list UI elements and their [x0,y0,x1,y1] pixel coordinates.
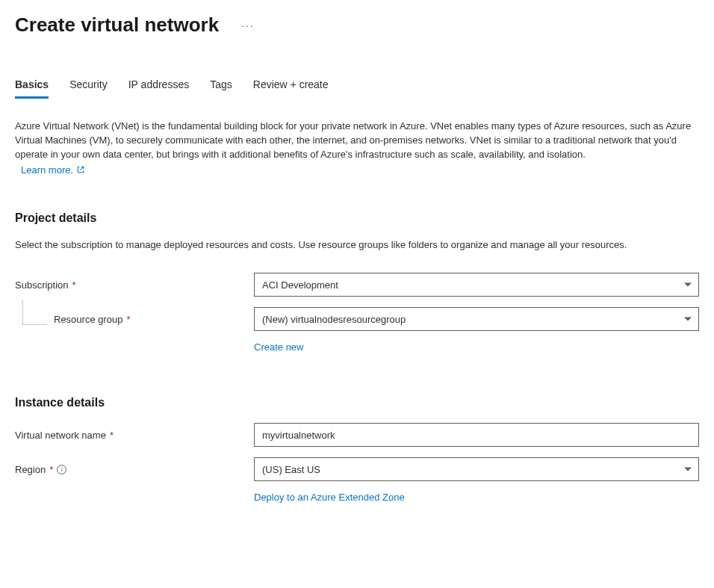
page-title: Create virtual network [15,13,219,37]
vnet-name-label: Virtual network name * [15,430,254,441]
subscription-label-text: Subscription [15,279,69,291]
more-icon[interactable]: ··· [241,19,255,31]
tab-basics[interactable]: Basics [15,78,49,99]
info-icon[interactable]: i [57,465,66,474]
required-indicator: * [127,314,131,325]
instance-details-heading: Instance details [15,396,699,409]
region-label: Region * i [15,464,254,475]
required-indicator: * [49,464,53,475]
create-new-link[interactable]: Create new [254,341,303,353]
learn-more-link[interactable]: Learn more. [21,164,85,176]
deploy-extended-zone-link[interactable]: Deploy to an Azure Extended Zone [254,492,405,503]
resource-group-select[interactable]: (New) virtualnodesresourcegroup [254,307,699,331]
vnet-name-input[interactable] [254,423,699,447]
region-select[interactable]: (US) East US [254,457,699,481]
project-details-heading: Project details [15,211,699,225]
subscription-label: Subscription * [15,279,254,291]
subscription-select[interactable]: ACI Development [254,273,699,297]
learn-more-label: Learn more. [21,164,73,176]
region-label-text: Region [15,464,46,475]
tabs: Basics Security IP addresses Tags Review… [15,78,699,99]
tab-review-create[interactable]: Review + create [253,78,329,99]
intro-text: Azure Virtual Network (VNet) is the fund… [15,120,699,162]
tab-tags[interactable]: Tags [210,78,232,99]
required-indicator: * [72,279,76,291]
required-indicator: * [110,430,114,441]
tab-security[interactable]: Security [69,78,108,99]
vnet-name-label-text: Virtual network name [15,430,106,441]
resource-group-label: Resource group * [15,314,254,325]
project-details-desc: Select the subscription to manage deploy… [15,238,699,253]
tab-ip-addresses[interactable]: IP addresses [128,78,189,99]
resource-group-label-text: Resource group [54,314,123,325]
external-link-icon [76,165,85,174]
